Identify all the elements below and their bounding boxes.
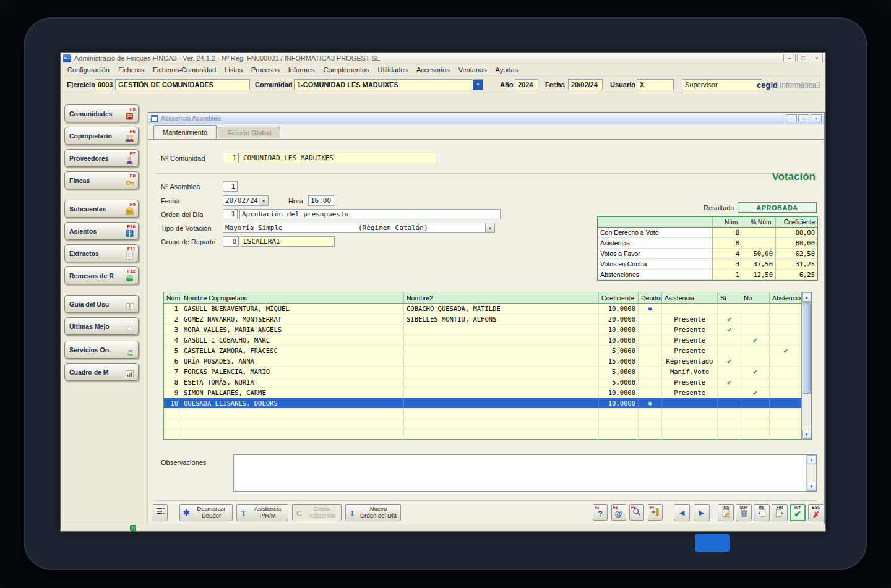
- scrollbar-thumb[interactable]: [803, 302, 811, 394]
- table-row[interactable]: 1GASULL BUENAVENTURA, MIQUELCOBACHO QUES…: [164, 304, 811, 314]
- comunidad-name-field[interactable]: COMUNIDAD LES MADUIXES: [241, 153, 436, 163]
- sidebar-item-proveedores[interactable]: ProveedoresF7: [64, 149, 139, 167]
- order-list-button[interactable]: [153, 504, 168, 521]
- menu-ventanas[interactable]: Ventanas: [454, 65, 491, 75]
- ano-field[interactable]: 2024: [515, 79, 538, 90]
- cross-icon: ✗: [809, 509, 824, 520]
- desmarcar-deudor-button[interactable]: ✱DesmarcarDeudor: [179, 504, 233, 521]
- table-cell: [404, 335, 599, 345]
- table-cell: GOMEZ NAVARRO, MONTSERRAT: [181, 314, 404, 324]
- sidebar-item-remesas-de-r[interactable]: Remesas de RF12: [64, 266, 139, 284]
- menu-complementos[interactable]: Complementos: [319, 65, 374, 75]
- key-ins-button[interactable]: INS: [718, 504, 734, 521]
- key-int-button[interactable]: INT✔: [790, 504, 806, 521]
- sidebar-item-subcuentas[interactable]: SubcuentasF9: [64, 200, 139, 218]
- table-scrollbar[interactable]: ▲ ▼: [801, 292, 811, 439]
- table-row[interactable]: 9SIMON PALLARÉS, CARME10,0000Presente✔: [164, 388, 811, 398]
- minimize-button[interactable]: –: [783, 54, 796, 62]
- ejercicio-field[interactable]: 0003: [95, 79, 113, 90]
- scroll-up-button[interactable]: ▲: [802, 292, 811, 302]
- sidebar-item-comunidades[interactable]: ComunidadesF5: [64, 104, 139, 122]
- menu-ficheros[interactable]: Ficheros: [114, 65, 148, 75]
- dialog-maximize-button[interactable]: □: [798, 114, 809, 122]
- fecha-field[interactable]: 20/02/24: [568, 79, 603, 90]
- table-row[interactable]: 7FORGAS PALENCIA, MARIO5,0000Manif.Voto✔: [164, 367, 811, 377]
- key-ini-button[interactable]: INI: [754, 504, 770, 521]
- table-row[interactable]: 2GOMEZ NAVARRO, MONTSERRATSIBELLES MONTI…: [164, 314, 811, 325]
- check-icon: ✔: [753, 367, 757, 376]
- maximize-button[interactable]: □: [797, 54, 809, 62]
- gestion-field[interactable]: GESTIÓN DE COMUNIDADES: [115, 79, 250, 90]
- fkey-f1-button[interactable]: F1?: [593, 504, 608, 521]
- scroll-down-button[interactable]: ▼: [807, 482, 816, 491]
- table-cell: [404, 409, 599, 419]
- scroll-down-button[interactable]: ▼: [802, 430, 811, 439]
- chevron-down-icon[interactable]: ▼: [485, 223, 494, 232]
- ncomunidad-num-field[interactable]: 1: [223, 153, 239, 163]
- grupo-reparto-num-field[interactable]: 0: [223, 236, 239, 247]
- menu-utilidades[interactable]: Utilidades: [374, 65, 412, 75]
- scroll-up-button[interactable]: ▲: [807, 455, 816, 464]
- dialog-minimize-button[interactable]: –: [786, 114, 797, 122]
- table-cell: [181, 409, 404, 419]
- fkey-f3-button[interactable]: F3: [629, 504, 644, 521]
- chevron-down-icon[interactable]: ▼: [473, 80, 483, 90]
- usuario-field[interactable]: X: [637, 79, 674, 90]
- nasamblea-field[interactable]: 1: [223, 181, 238, 192]
- orden-dia-text-field[interactable]: Aprobación del presupuesto: [239, 209, 501, 219]
- nav-next-button[interactable]: ▶: [694, 504, 710, 521]
- menu-listas[interactable]: Listas: [220, 65, 247, 75]
- resultado-label: Resultado: [704, 204, 734, 211]
- table-row[interactable]: 4GASULL I COBACHO, MARC10,0000Presente✔: [164, 335, 811, 346]
- menu-accesorios[interactable]: Accesorios: [412, 65, 454, 75]
- menu-configuracion[interactable]: Configuración: [63, 65, 114, 75]
- fecha-asamblea-select[interactable]: 20/02/24 ▼: [223, 195, 269, 206]
- sidebar-item-guia-del-usu[interactable]: Guía del Usu: [64, 295, 139, 313]
- sidebar-item-copropietario[interactable]: CopropietarioF6: [64, 127, 139, 145]
- sidebar-item-ultimas-mejo[interactable]: Últimas Mejo: [64, 317, 139, 335]
- orden-dia-num-field[interactable]: 1: [223, 209, 238, 219]
- menu-ayudas[interactable]: Ayudas: [491, 65, 523, 75]
- chevron-down-icon[interactable]: ▼: [259, 196, 268, 205]
- dialog-close-button[interactable]: ×: [811, 114, 822, 122]
- key-esc-button[interactable]: ESC✗: [808, 504, 824, 521]
- table-cell: Presente: [662, 388, 718, 398]
- table-row[interactable]: 5CASTELLÀ ZAMORA, FRACESC5,0000Presente✔: [164, 346, 811, 356]
- asistencia-prm-button[interactable]: TAsistenciaP/R/M: [236, 504, 288, 521]
- key-fin-button[interactable]: FIN: [772, 504, 788, 521]
- sidebar-item-extractos[interactable]: ExtractosF11: [64, 244, 139, 262]
- fkey-f4-button[interactable]: F4: [648, 504, 663, 521]
- observaciones-box[interactable]: ▲ ▼: [233, 454, 817, 492]
- key-sup-button[interactable]: SUP: [736, 504, 752, 521]
- check-icon: ✔: [753, 388, 757, 397]
- close-button[interactable]: ×: [811, 54, 823, 62]
- summary-num-value: 4: [712, 249, 742, 259]
- grupo-reparto-text-field[interactable]: ESCALERA1: [241, 236, 335, 247]
- dialog-controls: – □ ×: [786, 114, 822, 122]
- sidebar-item-cuadro-de-m[interactable]: Cuadro de M: [64, 363, 139, 381]
- fkey-f2-button[interactable]: F2@: [611, 504, 626, 521]
- table-cell: [639, 346, 662, 356]
- observaciones-scrollbar[interactable]: ▲ ▼: [806, 455, 816, 491]
- sidebar-item-servicios-on[interactable]: Servicios On-online: [64, 341, 139, 359]
- nav-prev-button[interactable]: ◀: [674, 504, 690, 521]
- table-row[interactable]: 10QUESADA LLISANES, DOLORS10,0000✱: [164, 398, 811, 409]
- tipo-votacion-select[interactable]: Mayoría Simple (Régimen Catalán) ▼: [223, 223, 495, 233]
- sidebar-item-asientos[interactable]: AsientosF10: [64, 222, 139, 240]
- table-cell: [770, 304, 803, 313]
- hora-field[interactable]: 16:00: [308, 195, 334, 206]
- menu-ficheros-comunidad[interactable]: Ficheros-Comunidad: [148, 65, 220, 75]
- table-cell: [639, 325, 662, 334]
- table-row[interactable]: 8ESETA TOMÀS, NURIA5,0000Presente✔: [164, 377, 811, 388]
- tab-edicion-global[interactable]: Edición Global: [218, 127, 280, 138]
- menu-procesos[interactable]: Procesos: [247, 65, 284, 75]
- table-row[interactable]: 6URÍA POSADES, ANNA15,0000Representado✔: [164, 356, 811, 367]
- comunidad-select[interactable]: 1-COMUNIDAD LES MADUIXES ▼: [294, 79, 483, 90]
- menu-informes[interactable]: Informes: [284, 65, 319, 75]
- copiar-asistencia-button[interactable]: CCopiarAsistencia: [292, 504, 342, 521]
- table-cell: [770, 398, 803, 408]
- tab-mantenimiento[interactable]: Mantenimiento: [153, 125, 217, 139]
- table-row[interactable]: 3MORA VALLES, MARIA ANGELS10,0000Present…: [164, 325, 811, 335]
- sidebar-item-fincas[interactable]: FincasF8: [64, 171, 139, 189]
- nuevo-orden-del-dia-button[interactable]: INuevoOrden del Día: [345, 504, 401, 521]
